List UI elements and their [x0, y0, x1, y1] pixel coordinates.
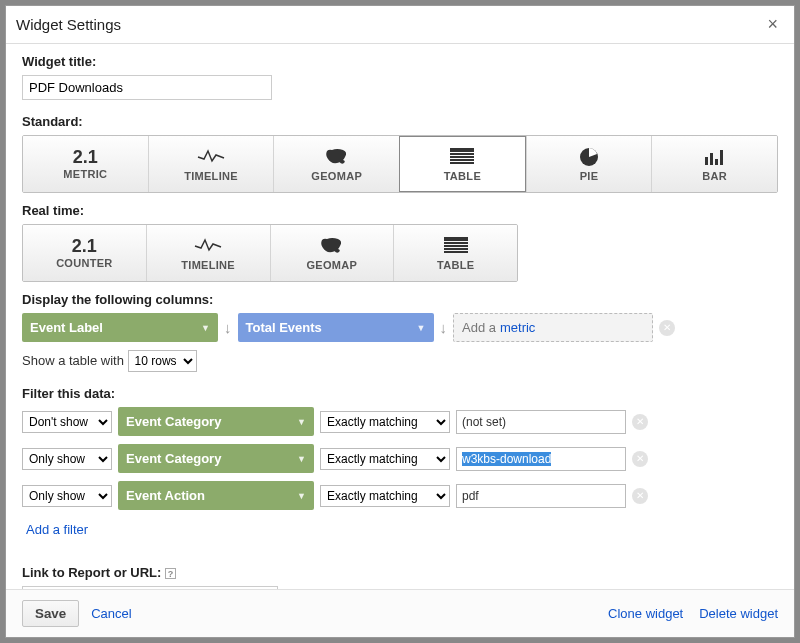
rows-select[interactable]: 10 rows	[128, 350, 197, 372]
filter-row: Only show Event Action ▼ Exactly matchin…	[22, 481, 778, 510]
save-button[interactable]: Save	[22, 600, 79, 627]
chevron-down-icon: ▼	[297, 454, 306, 464]
add-metric-prefix: Add a	[462, 320, 496, 335]
chevron-down-icon: ▼	[201, 323, 210, 333]
filter-condition-select[interactable]: Only show	[22, 485, 112, 507]
dialog-footer: Save Cancel Clone widget Delete widget	[6, 589, 794, 637]
widget-title-input[interactable]	[22, 75, 272, 100]
svg-rect-14	[444, 251, 468, 253]
type-pie[interactable]: PIE	[526, 136, 652, 192]
remove-filter-icon[interactable]: ✕	[632, 451, 648, 467]
svg-rect-10	[444, 237, 468, 241]
widget-title-field: Widget title:	[22, 54, 778, 100]
filter-value-input[interactable]: (not set)	[456, 410, 626, 434]
filter-match-select[interactable]: Exactly matching	[320, 411, 450, 433]
standard-label: Standard:	[22, 114, 778, 129]
columns-label: Display the following columns:	[22, 292, 778, 307]
realtime-label: Real time:	[22, 203, 778, 218]
svg-rect-4	[450, 162, 474, 164]
filters-label: Filter this data:	[22, 386, 778, 401]
arrow-down-icon: ↓	[224, 319, 232, 336]
filters-section: Filter this data: Don't show Event Categ…	[22, 386, 778, 551]
filter-match-select[interactable]: Exactly matching	[320, 448, 450, 470]
svg-rect-2	[450, 156, 474, 158]
type-metric-label: METRIC	[63, 168, 107, 180]
svg-rect-12	[444, 245, 468, 247]
table-icon	[441, 235, 471, 257]
dialog-body: Widget title: Standard: 2.1 METRIC TIMEL…	[6, 44, 794, 589]
pie-icon	[574, 146, 604, 168]
clone-widget-link[interactable]: Clone widget	[608, 606, 683, 621]
filter-value-input[interactable]: w3kbs-download	[456, 447, 626, 471]
link-to-label: Link to Report or URL: ?	[22, 565, 778, 580]
type-bar-label: BAR	[702, 170, 727, 182]
rows-count-row: Show a table with 10 rows	[22, 350, 778, 372]
rt-table-label: TABLE	[437, 259, 474, 271]
rt-geomap-label: GEOMAP	[307, 259, 358, 271]
rt-type-counter[interactable]: 2.1 COUNTER	[23, 225, 146, 281]
widget-settings-dialog: Widget Settings × Widget title: Standard…	[5, 5, 795, 638]
filter-dimension-value: Event Category	[126, 414, 221, 429]
filter-dimension-value: Event Category	[126, 451, 221, 466]
standard-type-strip: 2.1 METRIC TIMELINE GEOMAP TABLE	[22, 135, 778, 193]
svg-rect-0	[450, 148, 474, 152]
type-metric[interactable]: 2.1 METRIC	[23, 136, 148, 192]
delete-widget-link[interactable]: Delete widget	[699, 606, 778, 621]
dialog-title: Widget Settings	[16, 16, 121, 33]
rt-type-timeline[interactable]: TIMELINE	[146, 225, 270, 281]
filter-condition-select[interactable]: Only show	[22, 448, 112, 470]
add-metric-dropdown[interactable]: Add a metric	[453, 313, 653, 342]
chevron-down-icon: ▼	[297, 491, 306, 501]
geomap-icon	[322, 146, 352, 168]
help-icon[interactable]: ?	[165, 568, 176, 579]
type-geomap-label: GEOMAP	[311, 170, 362, 182]
widget-title-label: Widget title:	[22, 54, 778, 69]
type-timeline-label: TIMELINE	[184, 170, 238, 182]
filter-condition-select[interactable]: Don't show	[22, 411, 112, 433]
svg-rect-1	[450, 153, 474, 155]
dimension-value: Event Label	[30, 320, 103, 335]
type-pie-label: PIE	[580, 170, 599, 182]
svg-rect-11	[444, 242, 468, 244]
type-table-label: TABLE	[444, 170, 481, 182]
bar-icon	[700, 146, 730, 168]
add-filter-link[interactable]: Add a filter	[26, 522, 88, 537]
dimension-dropdown[interactable]: Event Label ▼	[22, 313, 218, 342]
dialog-titlebar: Widget Settings ×	[6, 6, 794, 44]
filter-row: Don't show Event Category ▼ Exactly matc…	[22, 407, 778, 436]
svg-rect-6	[705, 157, 708, 165]
metric-icon: 2.1	[73, 148, 98, 166]
remove-icon[interactable]: ✕	[659, 320, 675, 336]
type-bar[interactable]: BAR	[651, 136, 777, 192]
filter-value-input[interactable]: pdf	[456, 484, 626, 508]
remove-filter-icon[interactable]: ✕	[632, 414, 648, 430]
filter-match-select[interactable]: Exactly matching	[320, 485, 450, 507]
add-metric-link: metric	[500, 320, 535, 335]
columns-section: Display the following columns: Event Lab…	[22, 292, 778, 372]
counter-icon: 2.1	[72, 237, 97, 255]
arrow-down-icon: ↓	[440, 319, 448, 336]
metric-value: Total Events	[246, 320, 322, 335]
remove-filter-icon[interactable]: ✕	[632, 488, 648, 504]
type-geomap[interactable]: GEOMAP	[273, 136, 399, 192]
metric-dropdown[interactable]: Total Events ▼	[238, 313, 434, 342]
filter-dimension-dropdown[interactable]: Event Category ▼	[118, 444, 314, 473]
type-timeline[interactable]: TIMELINE	[148, 136, 274, 192]
filter-dimension-value: Event Action	[126, 488, 205, 503]
timeline-icon	[193, 235, 223, 257]
rt-type-geomap[interactable]: GEOMAP	[270, 225, 394, 281]
rt-type-table[interactable]: TABLE	[393, 225, 517, 281]
realtime-type-strip: 2.1 COUNTER TIMELINE GEOMAP TABLE	[22, 224, 518, 282]
svg-rect-9	[720, 150, 723, 165]
columns-row: Event Label ▼ ↓ Total Events ▼ ↓ Add a m…	[22, 313, 778, 342]
rt-timeline-label: TIMELINE	[181, 259, 235, 271]
timeline-icon	[196, 146, 226, 168]
filter-dimension-dropdown[interactable]: Event Category ▼	[118, 407, 314, 436]
filter-dimension-dropdown[interactable]: Event Action ▼	[118, 481, 314, 510]
rt-counter-label: COUNTER	[56, 257, 113, 269]
close-icon[interactable]: ×	[761, 14, 784, 35]
cancel-link[interactable]: Cancel	[91, 606, 131, 621]
svg-rect-3	[450, 159, 474, 161]
type-table[interactable]: TABLE	[399, 136, 526, 192]
chevron-down-icon: ▼	[297, 417, 306, 427]
